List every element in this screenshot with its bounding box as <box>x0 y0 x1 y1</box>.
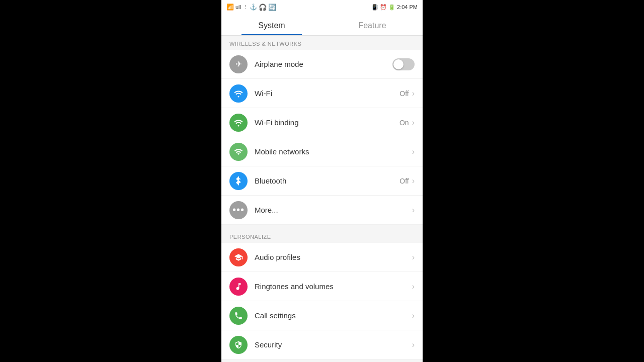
settings-item-wifi-binding[interactable]: Wi-Fi binding On › <box>221 108 423 137</box>
security-label: Security <box>255 340 412 349</box>
settings-item-mobile-networks[interactable]: Mobile networks › <box>221 137 423 166</box>
more-label: More... <box>255 206 412 214</box>
wifi-icon <box>229 84 248 103</box>
airplane-mode-toggle[interactable] <box>392 58 415 70</box>
security-chevron: › <box>412 340 415 349</box>
mobile-networks-chevron: › <box>412 147 415 156</box>
tab-bar: System Feature <box>221 14 423 36</box>
wifi-binding-chevron: › <box>412 118 415 127</box>
more-icon: ••• <box>229 201 248 219</box>
menu-icon: ⋮ <box>243 4 248 11</box>
wifi-label: Wi-Fi <box>255 89 399 98</box>
more-chevron: › <box>412 206 415 215</box>
audio-profiles-label: Audio profiles <box>255 253 412 261</box>
usb-icon: ⚓ <box>250 4 257 11</box>
vibrate-icon: 📳 <box>371 4 378 11</box>
bluetooth-chevron: › <box>412 176 415 186</box>
ringtones-label: Ringtones and volumes <box>255 282 412 291</box>
signal-bars: ull <box>235 4 241 10</box>
audio-profiles-icon <box>229 248 248 266</box>
ringtones-icon <box>229 278 248 296</box>
section-header-wireless: WIRELESS & NETWORKS <box>221 36 423 50</box>
sync-icon: 🔄 <box>268 4 276 11</box>
status-right: 📳 ⏰ 🔋 2:04 PM <box>371 4 418 11</box>
wireless-list: ✈ Airplane mode Wi-Fi Off › <box>221 50 423 225</box>
personalize-list: Audio profiles › Ringtones and volumes › <box>221 243 423 359</box>
settings-item-call-settings[interactable]: Call settings › <box>221 301 423 330</box>
tab-system[interactable]: System <box>221 14 322 35</box>
wifi-value: Off <box>399 89 409 98</box>
settings-item-ringtones[interactable]: Ringtones and volumes › <box>221 272 423 301</box>
mobile-networks-icon <box>229 143 248 161</box>
wifi-binding-label: Wi-Fi binding <box>255 118 399 127</box>
time-display: 2:04 PM <box>397 4 418 10</box>
wifi-binding-icon <box>229 114 248 132</box>
wifi-chevron: › <box>412 89 415 98</box>
section-header-personalize: PERSONALIZE <box>221 229 423 243</box>
settings-item-airplane-mode[interactable]: ✈ Airplane mode <box>221 50 423 79</box>
settings-item-more[interactable]: ••• More... › <box>221 196 423 225</box>
tab-feature[interactable]: Feature <box>322 14 423 35</box>
audio-profiles-chevron: › <box>412 253 415 262</box>
bluetooth-label: Bluetooth <box>255 176 399 185</box>
security-icon <box>229 336 248 354</box>
call-settings-chevron: › <box>412 311 415 320</box>
settings-item-wifi[interactable]: Wi-Fi Off › <box>221 79 423 108</box>
settings-item-audio-profiles[interactable]: Audio profiles › <box>221 243 423 272</box>
section-gap <box>221 225 423 229</box>
ringtones-chevron: › <box>412 282 415 291</box>
bluetooth-value: Off <box>399 177 409 185</box>
status-left: 📶 ull ⋮ ⚓ 🎧 🔄 <box>226 4 276 11</box>
bluetooth-icon <box>229 172 248 190</box>
settings-item-security[interactable]: Security › <box>221 330 423 359</box>
airplane-mode-label: Airplane mode <box>255 60 392 68</box>
settings-item-bluetooth[interactable]: Bluetooth Off › <box>221 166 423 196</box>
headphone-icon: 🎧 <box>259 4 267 11</box>
status-bar: 📶 ull ⋮ ⚓ 🎧 🔄 📳 ⏰ 🔋 2:04 PM <box>221 0 423 14</box>
wifi-binding-value: On <box>399 119 409 127</box>
battery-icon: 🔋 <box>388 4 395 11</box>
call-settings-icon <box>229 307 248 325</box>
signal-icon: 📶 <box>226 4 234 11</box>
alarm-icon: ⏰ <box>380 4 387 11</box>
call-settings-label: Call settings <box>255 311 412 320</box>
phone-screen: 📶 ull ⋮ ⚓ 🎧 🔄 📳 ⏰ 🔋 2:04 PM System Featu… <box>221 0 423 362</box>
airplane-mode-icon: ✈ <box>229 55 248 73</box>
mobile-networks-label: Mobile networks <box>255 147 412 156</box>
settings-content: WIRELESS & NETWORKS ✈ Airplane mode Wi-F… <box>221 36 423 362</box>
